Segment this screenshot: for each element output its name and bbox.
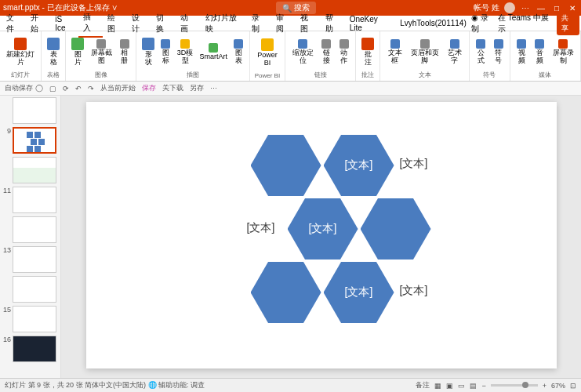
thumb[interactable] <box>2 157 59 183</box>
thumb[interactable]: 9 <box>2 127 59 154</box>
quick-access-toolbar: 自动保存 ◯ ▢ ⟳ ↶ ↷ 从当前开始 保存 关下载 另存 ⋯ <box>0 82 581 96</box>
hexagon[interactable]: [文本] <box>324 262 394 323</box>
shapes-button[interactable]: 形状 <box>140 33 157 71</box>
group-label: 表格 <box>45 71 62 79</box>
picture-button[interactable]: 图片 <box>69 33 86 71</box>
hexagon[interactable]: [文本] <box>324 135 394 196</box>
zoom-in[interactable]: + <box>543 382 547 390</box>
chart-button[interactable]: 图表 <box>231 33 246 71</box>
screenshot-button[interactable]: 屏幕截图 <box>88 33 115 71</box>
qa-save2[interactable]: 保存 <box>142 83 156 93</box>
audio-button[interactable]: 音频 <box>532 33 548 71</box>
3d-button[interactable]: 3D模型 <box>175 33 196 71</box>
table-button[interactable]: 表格 <box>45 33 62 71</box>
hex-label[interactable]: [文本] <box>247 221 275 235</box>
fit-button[interactable]: ⊡ <box>570 382 576 390</box>
view-normal[interactable]: ▦ <box>434 382 441 390</box>
group-label: 媒体 <box>514 71 577 79</box>
smartart-button[interactable]: SmartArt <box>197 33 230 71</box>
thumb[interactable]: 16 <box>2 336 59 362</box>
group-label: 批注 <box>359 71 376 79</box>
group-label: 图像 <box>69 71 133 79</box>
thumb[interactable] <box>2 97 59 124</box>
notes-button[interactable]: 备注 <box>416 380 430 390</box>
group-label: Power BI <box>253 72 282 79</box>
group-label: 幻灯片 <box>3 71 38 79</box>
symbol-button[interactable]: 符号 <box>490 33 507 71</box>
powerbi-button[interactable]: Power BI <box>253 33 282 72</box>
video-button[interactable]: 视频 <box>514 33 530 71</box>
thumb[interactable] <box>2 276 59 303</box>
hex-label[interactable]: [文本] <box>400 157 428 171</box>
qa-redo[interactable]: ⟳ <box>63 85 69 93</box>
zoom-button[interactable]: 缩放定位 <box>289 33 317 71</box>
status-left: 幻灯片 第 9 张，共 20 张 简体中文(中国大陆) 🌐 辅助功能: 调查 <box>5 380 205 390</box>
status-bar: 幻灯片 第 9 张，共 20 张 简体中文(中国大陆) 🌐 辅助功能: 调查 备… <box>0 378 581 392</box>
hexagon[interactable]: [文本] <box>288 198 358 260</box>
qa-download[interactable]: 关下载 <box>162 83 183 93</box>
qa-save[interactable]: ▢ <box>49 85 56 93</box>
textbox-button[interactable]: 文本框 <box>383 33 405 71</box>
comment-button[interactable]: 批注 <box>359 33 376 71</box>
qa-saveas[interactable]: 另存 <box>190 83 204 93</box>
hexagon[interactable] <box>251 135 321 196</box>
hexagon[interactable] <box>251 262 321 323</box>
qa-undo[interactable]: ↶ <box>75 85 82 93</box>
qa-more[interactable]: ⋯ <box>210 85 217 93</box>
ribbon: 新建幻灯片 幻灯片 表格 表格 图片 屏幕截图 相册 图像 形状 图标 3D模型… <box>0 31 581 82</box>
slide[interactable]: [文本] [文本] [文本] [文本] [文本] [文本] <box>86 102 557 368</box>
view-slideshow[interactable]: ▤ <box>470 382 477 390</box>
thumb[interactable]: 13 <box>2 246 59 273</box>
qa-fromstart[interactable]: 从当前开始 <box>100 83 136 93</box>
icons-button[interactable]: 图标 <box>158 33 173 71</box>
hex-label[interactable]: [文本] <box>400 284 428 298</box>
group-label: 插图 <box>140 71 245 79</box>
wordart-button[interactable]: 艺术字 <box>443 33 465 71</box>
header-button[interactable]: 页眉和页脚 <box>408 33 441 71</box>
thumb[interactable]: 11 <box>2 187 59 213</box>
ribbon-tabs: 文件 开始 iS Ice 插入 绘图 设计 切换 动画 幻灯片放映 录制 审阅 … <box>0 16 581 31</box>
hexagon[interactable] <box>361 198 431 260</box>
group-label: 符号 <box>473 71 507 79</box>
thumb[interactable]: 15 <box>2 306 59 332</box>
link-button[interactable]: 链接 <box>318 33 335 71</box>
album-button[interactable]: 相册 <box>117 33 133 71</box>
group-label: 链接 <box>289 71 352 79</box>
screenrec-button[interactable]: 屏幕录制 <box>549 33 577 71</box>
new-slide-button[interactable]: 新建幻灯片 <box>3 33 38 71</box>
view-sorter[interactable]: ▣ <box>446 382 453 390</box>
autosave-toggle[interactable]: 自动保存 ◯ <box>5 83 43 93</box>
slide-canvas[interactable]: [文本] [文本] [文本] [文本] [文本] [文本] <box>61 96 581 378</box>
slide-thumbnails: 9 11 13 15 16 <box>0 96 61 378</box>
zoom-level[interactable]: 67% <box>551 382 565 390</box>
thumb[interactable] <box>2 216 59 243</box>
equation-button[interactable]: 公式 <box>473 33 489 71</box>
zoom-out[interactable]: − <box>481 382 485 390</box>
qa-redo2[interactable]: ↷ <box>88 85 94 93</box>
zoom-slider[interactable] <box>491 384 538 387</box>
action-button[interactable]: 动作 <box>336 33 353 71</box>
group-label: 文本 <box>383 71 465 79</box>
tab-lvyh[interactable]: LvyhTools(201114) <box>395 16 471 30</box>
view-reading[interactable]: ▭ <box>458 382 465 390</box>
